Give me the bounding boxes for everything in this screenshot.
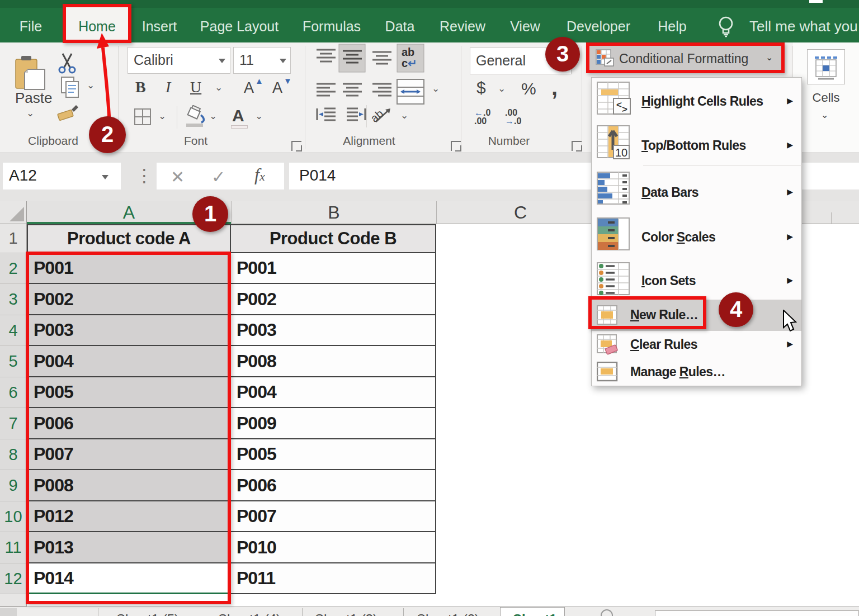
svg-text:10: 10 bbox=[615, 146, 627, 159]
svg-text:>: > bbox=[622, 104, 627, 115]
svg-text:ab: ab bbox=[402, 46, 414, 58]
svg-text:↵: ↵ bbox=[408, 57, 417, 69]
svg-text:<: < bbox=[616, 99, 622, 110]
svg-text:c: c bbox=[402, 57, 408, 69]
svg-text:ab: ab bbox=[368, 107, 385, 125]
